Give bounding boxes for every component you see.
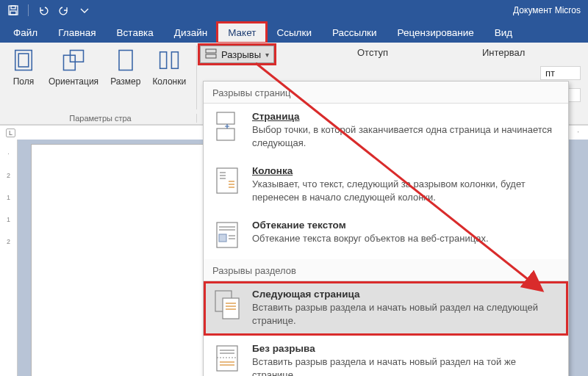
orientation-label: Ориентация: [49, 76, 98, 87]
ribbon-tabs: Файл Главная Вставка Дизайн Макет Ссылки…: [0, 21, 588, 43]
indent-label: Отступ: [357, 47, 388, 58]
tab-design[interactable]: Дизайн: [164, 23, 218, 43]
size-icon: [112, 47, 139, 73]
svg-rect-7: [119, 51, 132, 70]
breaks-icon: [205, 48, 217, 61]
margins-icon: [10, 47, 37, 73]
size-label: Размер: [110, 76, 140, 87]
break-next-page-item[interactable]: Следующая страница Вставить разрыв разде…: [204, 281, 568, 336]
redo-icon[interactable]: [58, 4, 70, 16]
break-page-desc: Выбор точки, в которой заканчивается одн…: [252, 123, 559, 149]
page-break-icon: [212, 111, 242, 142]
svg-rect-12: [217, 112, 234, 124]
svg-rect-14: [217, 168, 237, 193]
paragraph-group: Отступ Интервал: [357, 47, 388, 58]
break-next-page-desc: Вставить разрыв раздела и начать новый р…: [252, 301, 559, 327]
svg-rect-10: [206, 49, 216, 53]
svg-rect-5: [64, 55, 76, 70]
break-column-item[interactable]: Колонка Указывает, что текст, следующий …: [204, 158, 568, 212]
break-continuous-title: Без разрыва: [252, 343, 559, 354]
page-setup-group: Поля Ориентация Размер Колонки: [4, 46, 197, 109]
tab-references[interactable]: Ссылки: [266, 23, 322, 43]
qat-separator: [28, 4, 29, 16]
breaks-label: Разрывы: [221, 49, 261, 60]
svg-rect-4: [18, 54, 29, 67]
break-page-item[interactable]: Страница Выбор точки, в которой заканчив…: [204, 104, 568, 158]
orientation-button[interactable]: Ориентация: [43, 46, 104, 87]
customize-qat-icon[interactable]: [79, 4, 90, 16]
size-button[interactable]: Размер: [104, 46, 146, 87]
break-continuous-desc: Вставить разрыв раздела и начать новый р…: [252, 355, 559, 376]
undo-icon[interactable]: [37, 4, 49, 16]
columns-button[interactable]: Колонки: [146, 46, 192, 87]
svg-rect-32: [217, 346, 237, 371]
save-icon[interactable]: [7, 4, 19, 16]
margins-label: Поля: [13, 76, 35, 87]
column-break-icon: [212, 165, 242, 196]
columns-icon: [156, 47, 182, 73]
quick-access-toolbar: [0, 4, 98, 16]
orientation-icon: [60, 47, 87, 73]
document-page[interactable]: [31, 144, 222, 376]
svg-rect-22: [219, 234, 226, 242]
continuous-break-icon: [212, 343, 242, 374]
break-next-page-title: Следующая страница: [252, 289, 559, 300]
svg-rect-13: [217, 129, 234, 140]
tab-mailings[interactable]: Рассылки: [322, 23, 387, 43]
break-page-title: Страница: [252, 111, 559, 122]
next-page-break-icon: [212, 289, 242, 319]
break-continuous-item[interactable]: Без разрыва Вставить разрыв раздела и на…: [204, 336, 568, 376]
tab-file[interactable]: Файл: [3, 23, 48, 43]
section-breaks-section: Разрывы разделов: [204, 259, 568, 281]
svg-rect-1: [11, 6, 15, 9]
break-column-desc: Указывает, что текст, следующий за разры…: [252, 178, 559, 203]
spacing-label: Интервал: [482, 47, 525, 58]
text-wrap-icon: [212, 220, 242, 250]
svg-rect-28: [223, 298, 239, 319]
svg-rect-8: [160, 52, 167, 69]
tab-review[interactable]: Рецензирование: [387, 23, 484, 43]
breaks-button[interactable]: Разрывы ▾: [200, 46, 274, 63]
svg-rect-2: [10, 11, 16, 15]
svg-rect-6: [71, 51, 84, 62]
columns-label: Колонки: [152, 76, 186, 87]
chevron-down-icon: ▾: [265, 51, 269, 59]
tab-insert[interactable]: Вставка: [107, 23, 164, 43]
break-wrap-title: Обтекание текстом: [252, 220, 489, 231]
tab-layout[interactable]: Макет: [218, 23, 266, 43]
vertical-ruler[interactable]: · 2 1 1 2: [0, 140, 18, 376]
tab-view[interactable]: Вид: [484, 23, 523, 43]
tab-home[interactable]: Главная: [48, 23, 106, 43]
breaks-menu: Разрывы страниц Страница Выбор точки, в …: [203, 81, 569, 376]
document-title: Документ Micros: [513, 5, 588, 15]
spacing-before-field[interactable]: пт: [540, 66, 581, 80]
break-wrap-desc: Обтекание текста вокруг объектов на веб-…: [252, 232, 489, 245]
svg-rect-11: [206, 54, 216, 58]
ruler-corner[interactable]: L: [6, 129, 15, 137]
titlebar: Документ Micros: [0, 0, 588, 21]
break-wrap-item[interactable]: Обтекание текстом Обтекание текста вокру…: [204, 212, 568, 259]
page-setup-caption: Параметры стра: [4, 114, 197, 123]
page-breaks-section: Разрывы страниц: [204, 82, 568, 104]
margins-button[interactable]: Поля: [4, 46, 43, 87]
break-column-title: Колонка: [252, 165, 559, 176]
svg-rect-9: [172, 52, 179, 69]
